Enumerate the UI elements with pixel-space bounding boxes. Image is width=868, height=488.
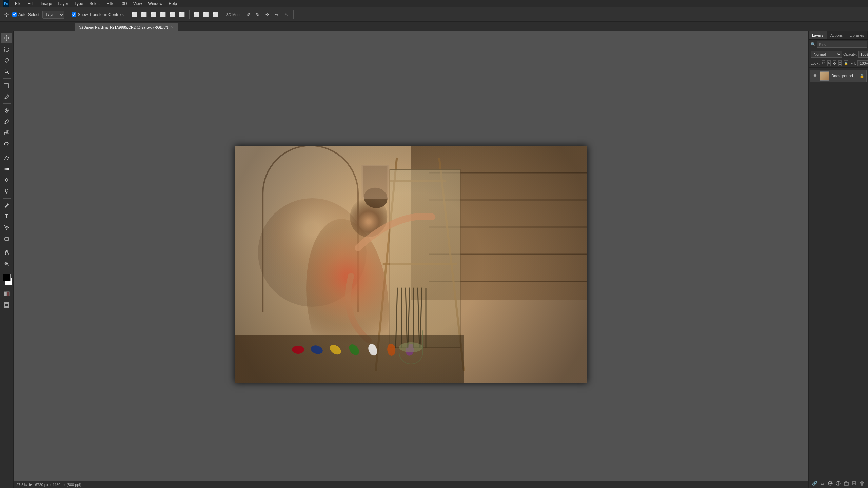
layer-visibility-icon[interactable]: 👁 [812,73,818,79]
new-group-btn[interactable] [843,480,850,487]
delete-layer-btn[interactable] [858,480,866,487]
tool-select-rect[interactable] [1,44,12,55]
tool-brush[interactable] [1,116,12,127]
tool-eraser[interactable] [1,152,12,163]
svg-point-12 [6,179,7,181]
align-right-btn[interactable]: ⬜ [150,11,157,18]
tool-hand[interactable] [1,247,12,258]
toolbar-separator-2 [3,103,11,104]
menu-image[interactable]: Image [38,1,55,7]
lock-all-btn[interactable]: 🔒 [844,60,848,66]
fill-input[interactable] [857,60,868,66]
lock-transparency-btn[interactable]: ⬚ [822,60,825,66]
dist-h-btn[interactable]: ⬜ [193,11,200,18]
3d-scale-btn[interactable]: ⤡ [282,11,290,18]
options-bar: ⊹ Auto-Select: Layer Group Show Transfor… [0,7,868,22]
status-arrow[interactable]: ▶ [29,482,32,487]
new-layer-btn[interactable] [850,480,858,487]
tool-crop[interactable] [1,80,12,91]
3d-slide-btn[interactable]: ⇔ [273,11,280,18]
3d-rotate-btn[interactable]: ↺ [244,11,252,18]
menu-help[interactable]: Help [166,1,180,7]
menu-select[interactable]: Select [86,1,103,7]
tab-layers[interactable]: Layers [809,31,827,39]
tool-lasso[interactable] [1,55,12,66]
dist-v-btn[interactable]: ⬜ [202,11,210,18]
toolbar-separator-5 [3,246,11,246]
tool-move[interactable] [1,33,12,43]
toolbar-separator-4 [3,198,11,199]
new-adjustment-btn[interactable] [834,480,842,487]
lock-image-btn[interactable]: ✎ [827,60,831,66]
foreground-color[interactable] [3,274,11,281]
tool-gradient[interactable] [1,164,12,175]
tool-quick-mask[interactable] [1,288,12,299]
svg-rect-17 [5,238,9,240]
tool-heal[interactable] [1,105,12,116]
auto-select-checkbox[interactable] [12,12,17,17]
tab-libraries[interactable]: Libraries [846,31,868,39]
svg-rect-0 [5,47,9,51]
align-center-h-btn[interactable]: ⬜ [140,11,148,18]
link-layers-btn[interactable]: 🔗 [811,480,818,487]
canvas-container [235,146,587,383]
tool-pen[interactable] [1,200,12,211]
svg-rect-23 [7,292,9,296]
tool-type[interactable]: T [1,211,12,222]
align-left-btn[interactable]: ⬜ [131,11,138,18]
menu-view[interactable]: View [131,1,145,7]
tool-path-select[interactable] [1,222,12,233]
layer-lock-icon: 🔒 [860,74,864,78]
photo-canvas [235,146,587,383]
menu-filter[interactable]: Filter [104,1,119,7]
tool-screen-mode[interactable] [1,300,12,310]
tool-dodge[interactable] [1,186,12,197]
auto-select-dropdown[interactable]: Layer Group [42,11,64,19]
options-divider-3 [189,10,190,19]
opacity-input[interactable] [858,51,868,58]
tool-quick-select[interactable] [1,66,12,77]
dist-more-btn[interactable]: ⬜ [212,11,219,18]
menu-type[interactable]: Type [72,1,86,7]
menu-layer[interactable]: Layer [55,1,71,7]
lock-label: Lock: [811,61,820,65]
layer-effects-btn[interactable]: fx [819,480,826,487]
align-top-btn[interactable]: ⬜ [159,11,167,18]
svg-point-16 [5,207,5,207]
transform-controls-checkbox[interactable] [72,12,76,17]
tool-zoom[interactable] [1,259,12,269]
right-panels: Layers Actions Libraries History » 🔍 🖼 ◐… [808,31,868,488]
app-logo: Ps [3,0,9,7]
menu-3d[interactable]: 3D [119,1,130,7]
tool-eyedropper[interactable] [1,91,12,102]
tool-clone[interactable] [1,127,12,138]
align-center-v-btn[interactable]: ⬜ [169,11,176,18]
tab-close-btn[interactable]: ✕ [171,25,174,29]
add-mask-btn[interactable] [827,480,834,487]
blend-mode-select[interactable]: Normal Multiply Screen Overlay Soft Ligh… [811,51,842,58]
3d-roll-btn[interactable]: ↻ [254,11,261,18]
options-divider-2 [127,10,127,19]
menu-window[interactable]: Window [145,1,165,7]
document-tab[interactable]: (c) Javier Pardina_F21A9985.CR2 @ 27.5% … [75,23,178,31]
canvas-area[interactable]: 27.5% ▶ 6720 px x 4480 px (300 ppi) [14,31,808,488]
options-divider-5 [293,10,294,19]
zoom-level: 27.5% [16,483,27,487]
svg-line-19 [7,265,9,266]
svg-point-1 [5,70,8,73]
3d-pan-btn[interactable]: ✛ [263,11,271,18]
tool-blur[interactable] [1,175,12,186]
layers-search-input[interactable] [817,41,867,48]
layer-item-background[interactable]: 👁 Background 🔒 [810,70,867,82]
menu-file[interactable]: File [12,1,24,7]
tool-history-brush[interactable] [1,139,12,149]
more-options-btn[interactable]: ··· [297,11,304,18]
tab-actions[interactable]: Actions [827,31,846,39]
lock-position-btn[interactable]: ✛ [833,60,836,66]
tool-shape[interactable] [1,233,12,244]
menu-edit[interactable]: Edit [25,1,37,7]
align-bottom-btn[interactable]: ⬜ [178,11,186,18]
document-tab-title: (c) Javier Pardina_F21A9985.CR2 @ 27.5% … [79,25,168,29]
auto-select-label: Auto-Select: [18,12,40,17]
lock-artboard-btn[interactable]: ⊡ [838,60,842,66]
